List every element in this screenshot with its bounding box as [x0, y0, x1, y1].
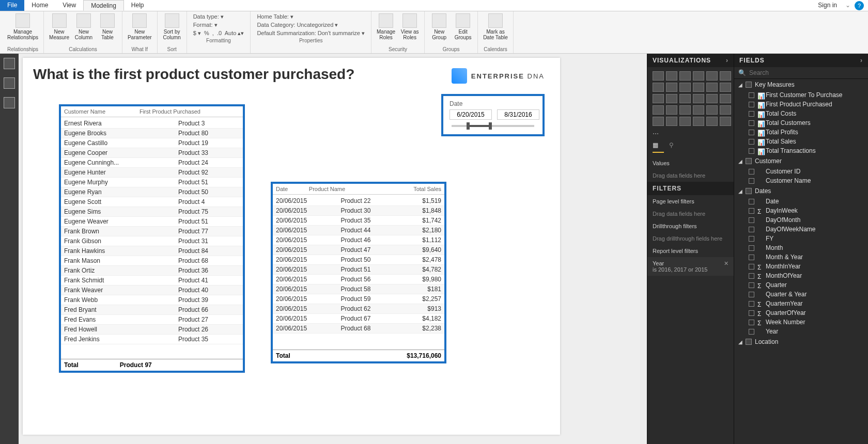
field-item[interactable]: 📊Total Sales: [734, 137, 868, 146]
table-row[interactable]: 20/06/2015Product 44$2,180: [273, 226, 444, 235]
table-row[interactable]: Eugene Cunningh...Product 24: [61, 158, 243, 168]
viz-type-icon[interactable]: [720, 94, 731, 103]
viz-type-icon[interactable]: [666, 105, 677, 115]
slicer-to-input[interactable]: [497, 109, 539, 120]
table-row[interactable]: 20/06/2015Product 51$4,782: [273, 265, 444, 275]
checkbox[interactable]: [749, 227, 754, 232]
menu-view[interactable]: View: [55, 0, 83, 11]
viz-type-icon[interactable]: [653, 105, 664, 115]
viz-type-icon[interactable]: [720, 83, 731, 92]
collapse-icon[interactable]: ›: [860, 57, 863, 64]
checkbox[interactable]: [749, 320, 754, 325]
table-row[interactable]: 20/06/2015Product 58$181: [273, 284, 444, 294]
field-item[interactable]: Month & Year: [734, 252, 868, 262]
viz-type-icon[interactable]: [679, 105, 691, 115]
checkbox[interactable]: [749, 255, 754, 260]
viz-type-icon[interactable]: [706, 94, 718, 103]
table-row[interactable]: Eugene CooperProduct 33: [61, 148, 243, 158]
checkbox[interactable]: [749, 111, 754, 117]
field-item[interactable]: ΣQuarter: [734, 280, 868, 290]
new-group-button[interactable]: New Group: [428, 12, 451, 41]
new-parameter-button[interactable]: New Parameter: [126, 12, 154, 41]
slicer-from-input[interactable]: [450, 109, 492, 120]
viz-type-icon[interactable]: [720, 71, 731, 81]
values-drop[interactable]: Drag data fields here: [647, 169, 734, 182]
viz-type-icon[interactable]: [653, 71, 664, 81]
table-row[interactable]: Fred EvansProduct 27: [61, 315, 243, 325]
edit-groups-button[interactable]: Edit Groups: [452, 12, 474, 41]
new-measure-button[interactable]: New Measure: [47, 12, 71, 41]
viz-type-icon[interactable]: [693, 83, 704, 92]
table-row[interactable]: 20/06/2015Product 62$913: [273, 304, 444, 314]
viz-type-icon[interactable]: [679, 117, 691, 126]
menu-file[interactable]: File: [0, 0, 24, 11]
table-row[interactable]: Eugene RyanProduct 50: [61, 187, 243, 197]
chevron-down-icon[interactable]: ⌄: [843, 0, 853, 11]
field-item[interactable]: ΣMonthInYear: [734, 262, 868, 271]
viz-type-icon[interactable]: [693, 105, 704, 115]
checkbox[interactable]: [749, 245, 754, 251]
table-row[interactable]: Frank SchmidtProduct 41: [61, 276, 243, 286]
slicer-track[interactable]: [452, 125, 534, 127]
field-table[interactable]: ◢Dates: [734, 185, 868, 197]
field-item[interactable]: ΣDayInWeek: [734, 206, 868, 215]
table-row[interactable]: 20/06/2015Product 50$2,478: [273, 255, 444, 265]
field-item[interactable]: 📊First Customer To Purchase: [734, 90, 868, 100]
checkbox[interactable]: [749, 310, 754, 316]
table-row[interactable]: 20/06/2015Product 68$2,238: [273, 324, 444, 334]
field-item[interactable]: 📊Total Costs: [734, 109, 868, 118]
sign-in[interactable]: Sign in: [812, 0, 843, 11]
table-row[interactable]: Frank OrtizProduct 36: [61, 266, 243, 276]
field-table[interactable]: ◢Key Measures: [734, 79, 868, 90]
table-row[interactable]: Eugene BrooksProduct 80: [61, 129, 243, 138]
viz-type-icon[interactable]: [679, 94, 691, 103]
checkbox[interactable]: [749, 329, 754, 335]
viz-type-icon[interactable]: [693, 71, 704, 81]
checkbox[interactable]: [749, 102, 754, 107]
mark-date-table-button[interactable]: Mark as Date Table: [481, 12, 510, 41]
table-row[interactable]: Fred JenkinsProduct 35: [61, 335, 243, 344]
table-row[interactable]: 20/06/2015Product 35$1,742: [273, 216, 444, 226]
viz-type-icon[interactable]: [720, 105, 731, 115]
help-icon[interactable]: ?: [855, 1, 864, 10]
data-type-dropdown[interactable]: Data type: ▾: [193, 13, 244, 20]
field-item[interactable]: Customer ID: [734, 167, 868, 176]
viz-type-icon[interactable]: [706, 71, 718, 81]
report-view-icon[interactable]: [4, 58, 15, 69]
table-row[interactable]: Ernest RiveraProduct 3: [61, 119, 243, 129]
field-item[interactable]: Customer Name: [734, 176, 868, 185]
col-header[interactable]: Total Sales: [383, 184, 444, 195]
checkbox[interactable]: [749, 282, 754, 288]
table-row[interactable]: 20/06/2015Product 56$9,980: [273, 275, 444, 284]
data-category-dropdown[interactable]: Data Category: Uncategorized ▾: [257, 22, 365, 28]
field-table[interactable]: ◢Customer: [734, 155, 868, 167]
field-item[interactable]: 📊Total Profits: [734, 128, 868, 137]
table-row[interactable]: Eugene SimsProduct 75: [61, 207, 243, 217]
viz-type-icon[interactable]: [679, 71, 691, 81]
table-row[interactable]: Fred BryantProduct 66: [61, 305, 243, 315]
year-filter[interactable]: ✕ Year is 2016, 2017 or 2015: [647, 257, 734, 276]
col-header[interactable]: Customer Name: [61, 106, 136, 117]
data-view-icon[interactable]: [4, 77, 15, 89]
field-item[interactable]: ΣQuarterOfYear: [734, 308, 868, 318]
new-table-button[interactable]: New Table: [96, 12, 119, 41]
checkbox[interactable]: [749, 273, 754, 279]
fields-search[interactable]: 🔍: [734, 67, 868, 79]
format-tab-icon[interactable]: ⚲: [669, 141, 680, 153]
checkbox[interactable]: [749, 139, 754, 145]
manage-relationships-button[interactable]: Manage Relationships: [5, 12, 40, 41]
fields-search-input[interactable]: [749, 69, 864, 76]
format-tools[interactable]: $ ▾ % , .0 Auto ▴▾: [193, 30, 244, 37]
field-item[interactable]: ΣMonthOfYear: [734, 271, 868, 280]
table-row[interactable]: 20/06/2015Product 59$2,257: [273, 294, 444, 304]
viz-type-icon[interactable]: [653, 83, 664, 92]
field-item[interactable]: DayOfMonth: [734, 215, 868, 225]
field-item[interactable]: ΣQuarternYear: [734, 299, 868, 308]
checkbox[interactable]: [749, 148, 754, 154]
table-row[interactable]: Eugene HunterProduct 92: [61, 168, 243, 178]
field-item[interactable]: Month: [734, 243, 868, 252]
checkbox[interactable]: [749, 130, 754, 135]
report-canvas[interactable]: What is the first product customer purch…: [19, 54, 647, 444]
field-item[interactable]: ΣWeek Number: [734, 318, 868, 327]
customer-product-table[interactable]: Customer NameFirst Product Purchased Ern…: [59, 104, 245, 373]
